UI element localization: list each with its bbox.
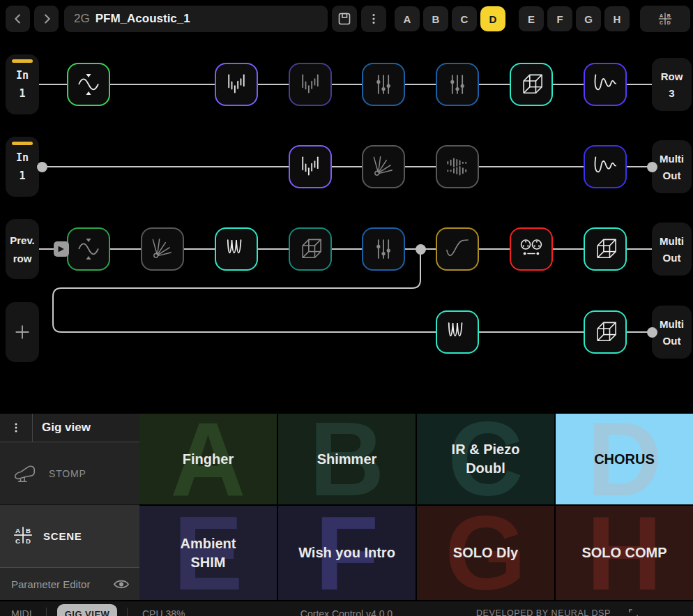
divider bbox=[127, 608, 128, 616]
scene-button-a[interactable]: AFingher bbox=[139, 414, 277, 504]
scene-label: SCENE bbox=[43, 530, 82, 542]
row-input-label[interactable]: In1 bbox=[6, 137, 39, 197]
scene-button-b[interactable]: BShimmer bbox=[278, 414, 416, 504]
fx-block-gate[interactable] bbox=[67, 63, 110, 106]
row-output-label-line: Out bbox=[663, 170, 681, 181]
fx-block-cube[interactable] bbox=[510, 63, 553, 106]
save-icon bbox=[336, 10, 353, 27]
scene-button-g[interactable]: GSOLO Dly bbox=[417, 506, 554, 600]
stomp-label: STOMP bbox=[49, 468, 86, 479]
fx-block-spring[interactable] bbox=[141, 227, 184, 271]
scene-button-d-active[interactable]: DCHORUS bbox=[556, 414, 693, 504]
parameter-editor-label: Parameter Editor bbox=[11, 578, 90, 590]
row-input-label-line: In bbox=[16, 70, 29, 81]
row-input-label[interactable]: Prev.row bbox=[6, 219, 39, 279]
preset-slot-d[interactable]: D bbox=[480, 6, 505, 31]
row-output-label-line: 3 bbox=[669, 88, 674, 98]
signal-grid: In1Row3In1MultiOutPrev.rowMultiOutMultiO… bbox=[0, 39, 693, 414]
gig-view-tab[interactable]: GIG VIEW bbox=[57, 604, 117, 616]
divider bbox=[46, 608, 47, 616]
row-output-label-line: Multi bbox=[660, 319, 684, 329]
save-button[interactable] bbox=[332, 6, 357, 32]
chevron-right-icon bbox=[39, 11, 54, 27]
fx-block-curve[interactable] bbox=[436, 227, 479, 271]
row-input-node[interactable] bbox=[54, 241, 69, 257]
fx-block-eq[interactable] bbox=[436, 63, 479, 106]
more-menu-button[interactable] bbox=[361, 6, 386, 32]
fx-block-reverb[interactable] bbox=[215, 63, 258, 106]
scene-name-line: Fingher bbox=[183, 450, 234, 469]
vocoder-icon bbox=[441, 151, 473, 183]
fx-block-chorus[interactable] bbox=[215, 227, 258, 271]
reverb-icon bbox=[220, 68, 252, 100]
svg-text:A: A bbox=[660, 13, 663, 18]
row-output-label[interactable]: Row3 bbox=[652, 58, 692, 111]
fx-block-chorus[interactable] bbox=[436, 310, 479, 354]
svg-text:C: C bbox=[660, 20, 663, 25]
scene-grid-icon: ABCD bbox=[13, 525, 33, 548]
back-button[interactable] bbox=[6, 6, 30, 32]
app-version: Cortex Control v4.0.0 bbox=[300, 608, 393, 616]
row-output-label[interactable]: MultiOut bbox=[652, 140, 692, 193]
fx-block-delay-wave[interactable] bbox=[584, 63, 627, 106]
scene-button-f[interactable]: FWish you Intro bbox=[278, 506, 416, 600]
fx-block-eq[interactable] bbox=[362, 63, 405, 106]
preset-slot-h[interactable]: H bbox=[604, 6, 630, 31]
parameter-editor-toggle[interactable]: Parameter Editor bbox=[0, 567, 139, 600]
row-output-label[interactable]: MultiOut bbox=[652, 306, 692, 359]
tape-icon bbox=[515, 233, 547, 265]
row-output-label-line: Multi bbox=[660, 153, 684, 164]
scene-name-line: CHORUS bbox=[594, 450, 655, 469]
preset-slot-c[interactable]: C bbox=[452, 6, 477, 31]
row-feed-icon bbox=[55, 243, 68, 255]
svg-text:D: D bbox=[667, 20, 671, 25]
fx-block-reverb[interactable] bbox=[289, 145, 332, 188]
preset-slot-b[interactable]: B bbox=[423, 6, 448, 31]
tab-scene[interactable]: ABCD SCENE bbox=[0, 505, 139, 567]
fx-block-vocoder[interactable] bbox=[436, 145, 479, 188]
preset-slot-f[interactable]: F bbox=[547, 6, 572, 31]
scene-button-c[interactable]: CIR & PiezoDoubl bbox=[417, 414, 554, 504]
wire-junction-dot bbox=[416, 244, 426, 255]
eye-icon bbox=[113, 578, 130, 590]
cube-icon bbox=[589, 316, 621, 348]
curve-icon bbox=[441, 233, 473, 265]
row-output-label[interactable]: MultiOut bbox=[652, 223, 692, 276]
scene-name-line: Wish you Intro bbox=[298, 543, 395, 562]
row-input-label-line: 1 bbox=[19, 89, 25, 99]
wire-junction-dot bbox=[647, 327, 657, 338]
preset-title-field[interactable]: 2G PFM_Acoustic_1 bbox=[64, 6, 328, 32]
fx-block-cube[interactable] bbox=[289, 227, 332, 271]
scene-button-h[interactable]: HSOLO COMP bbox=[556, 506, 693, 600]
scene-name: Wish you Intro bbox=[298, 543, 395, 562]
scene-mode-button[interactable]: ABCD bbox=[640, 6, 690, 32]
preset-slot-group: ABCDEFGH bbox=[395, 6, 630, 31]
fx-block-delay-wave[interactable] bbox=[584, 145, 627, 188]
scene-name-line: SOLO COMP bbox=[581, 543, 667, 562]
scene-grid-icon: ABCD bbox=[657, 12, 673, 26]
panel-title: Gig view bbox=[33, 414, 91, 442]
row-input-label-line: Prev. bbox=[10, 235, 35, 246]
row-input-label[interactable]: In1 bbox=[6, 54, 39, 114]
scene-name: AmbientSHIM bbox=[181, 534, 236, 572]
chorus-icon bbox=[441, 316, 473, 348]
add-row-button[interactable] bbox=[6, 302, 39, 362]
forward-button[interactable] bbox=[34, 6, 59, 32]
gig-menu-button[interactable] bbox=[0, 414, 33, 442]
cpu-usage: CPU 38% bbox=[142, 608, 185, 616]
fx-block-eq[interactable] bbox=[362, 227, 405, 271]
fx-block-spring[interactable] bbox=[362, 145, 405, 188]
fullscreen-icon[interactable] bbox=[628, 608, 639, 616]
tab-stomp[interactable]: STOMP bbox=[0, 442, 139, 505]
fx-block-reverb[interactable] bbox=[289, 63, 332, 106]
fx-block-gate[interactable] bbox=[67, 227, 110, 271]
chorus-icon bbox=[220, 233, 252, 265]
fx-block-tape[interactable] bbox=[510, 227, 553, 271]
cube-icon bbox=[515, 68, 547, 100]
fx-block-cube[interactable] bbox=[584, 310, 627, 354]
preset-slot-e[interactable]: E bbox=[519, 6, 544, 31]
scene-button-e[interactable]: EAmbientSHIM bbox=[139, 506, 277, 600]
preset-slot-g[interactable]: G bbox=[576, 6, 601, 31]
preset-slot-a[interactable]: A bbox=[395, 6, 420, 31]
fx-block-cube[interactable] bbox=[584, 227, 627, 271]
